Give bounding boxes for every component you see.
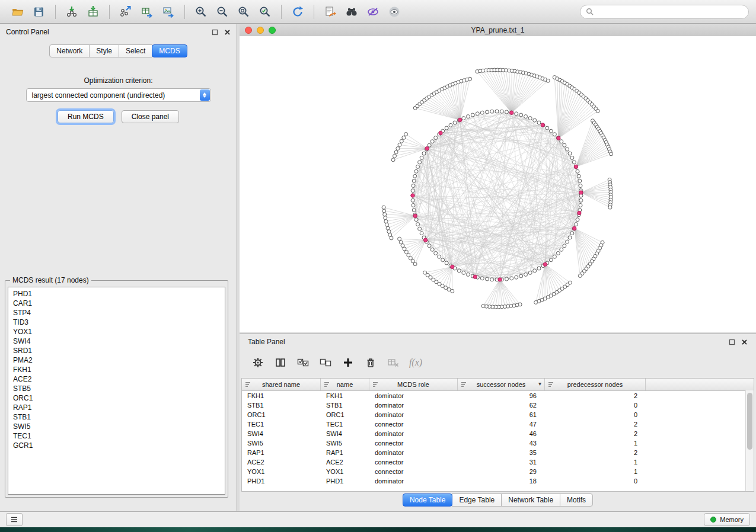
cell[interactable]: 47 <box>458 419 545 429</box>
memory-button[interactable]: Memory <box>704 513 750 526</box>
cell[interactable]: TEC1 <box>242 419 321 429</box>
table-row[interactable]: YOX1YOX1connector291 <box>242 467 754 476</box>
cell[interactable]: dominator <box>369 400 458 410</box>
table-row[interactable]: FKH1FKH1dominator962 <box>242 391 754 400</box>
table-row[interactable]: PHD1PHD1dominator180 <box>242 476 754 486</box>
tab-network[interactable]: Network <box>49 44 90 57</box>
cell[interactable]: STB1 <box>242 400 321 410</box>
zoom-selected-button[interactable] <box>254 3 276 21</box>
float-panel-icon[interactable] <box>212 29 218 36</box>
cell[interactable]: dominator <box>369 391 458 400</box>
cell[interactable]: connector <box>369 457 458 467</box>
list-item[interactable]: SWI5 <box>8 422 225 431</box>
cell[interactable]: dominator <box>369 448 458 457</box>
cell[interactable]: SWI5 <box>242 438 321 448</box>
list-item[interactable]: PMA2 <box>8 355 225 365</box>
mcds-result-list[interactable]: PHD1CAR1STP4TID3YOX1SWI4SRD1PMA2FKH1ACE2… <box>8 287 225 495</box>
cell[interactable]: SWI5 <box>321 438 369 448</box>
list-item[interactable]: TEC1 <box>8 431 225 441</box>
table-row[interactable]: ACE2ACE2connector311 <box>242 457 754 467</box>
cell[interactable]: PHD1 <box>321 476 369 486</box>
import-network-button[interactable] <box>61 3 82 21</box>
save-session-button[interactable] <box>28 3 50 21</box>
cell[interactable]: 61 <box>458 410 545 419</box>
import-table-button[interactable] <box>82 3 104 21</box>
zoom-in-button[interactable] <box>190 3 212 21</box>
scrollbar-thumb[interactable] <box>747 393 752 450</box>
cell[interactable]: dominator <box>369 429 458 438</box>
cell[interactable]: 2 <box>545 391 646 400</box>
list-item[interactable]: SRD1 <box>8 346 225 355</box>
network-graph[interactable] <box>240 36 756 332</box>
table-scrollbar[interactable] <box>745 390 754 491</box>
show-columns-button[interactable] <box>272 354 289 371</box>
cell[interactable]: 2 <box>545 419 646 429</box>
hide-visibility-button[interactable] <box>362 3 384 21</box>
table-settings-button[interactable] <box>249 354 267 371</box>
list-item[interactable]: STB1 <box>8 412 225 422</box>
unselect-all-columns-button[interactable] <box>317 354 334 371</box>
cell[interactable]: PHD1 <box>242 476 321 486</box>
cell[interactable]: 2 <box>545 429 646 438</box>
list-item[interactable]: RAP1 <box>8 403 225 412</box>
cell[interactable]: connector <box>369 467 458 476</box>
run-mcds-button[interactable]: Run MCDS <box>58 110 114 123</box>
list-item[interactable]: TID3 <box>8 318 225 327</box>
export-image-button[interactable] <box>158 3 179 21</box>
table-tab-motifs[interactable]: Motifs <box>560 493 593 507</box>
table-row[interactable]: RAP1RAP1dominator352 <box>242 448 754 457</box>
cell[interactable]: 0 <box>545 410 646 419</box>
list-item[interactable]: GCR1 <box>8 441 225 450</box>
open-file-button[interactable] <box>7 3 28 21</box>
delete-table-button[interactable] <box>384 354 402 371</box>
export-table-button[interactable] <box>136 3 158 21</box>
cell[interactable]: FKH1 <box>321 391 369 400</box>
close-window-button[interactable] <box>245 27 252 34</box>
close-panel-icon[interactable] <box>224 29 231 36</box>
close-panel-button[interactable]: Close panel <box>122 110 179 123</box>
cell[interactable]: RAP1 <box>321 448 369 457</box>
search-input[interactable] <box>597 7 743 17</box>
tab-select[interactable]: Select <box>119 44 152 57</box>
column-header-successor-nodes[interactable]: successor nodes▾ <box>458 379 545 390</box>
zoom-out-button[interactable] <box>212 3 233 21</box>
select-all-columns-button[interactable] <box>294 354 312 371</box>
cell[interactable]: STB1 <box>321 400 369 410</box>
cell[interactable]: 96 <box>458 391 545 400</box>
cell[interactable]: 0 <box>545 400 646 410</box>
cell[interactable]: 1 <box>545 457 646 467</box>
list-item[interactable]: PHD1 <box>8 289 225 299</box>
column-header-mcds-role[interactable]: MCDS role <box>369 379 458 390</box>
create-column-button[interactable] <box>339 354 357 371</box>
maximize-window-button[interactable] <box>269 27 276 34</box>
zoom-fit-button[interactable] <box>233 3 254 21</box>
cell[interactable]: 18 <box>458 476 545 486</box>
table-row[interactable]: TEC1TEC1connector472 <box>242 419 754 429</box>
cell[interactable]: FKH1 <box>242 391 321 400</box>
list-item[interactable]: ACE2 <box>8 374 225 384</box>
function-builder-button[interactable]: f(x) <box>407 354 425 371</box>
table-tab-network-table[interactable]: Network Table <box>501 493 560 507</box>
list-item[interactable]: FKH1 <box>8 365 225 374</box>
show-visibility-button[interactable] <box>384 3 405 21</box>
search-box[interactable] <box>580 5 749 19</box>
cell[interactable]: dominator <box>369 410 458 419</box>
table-row[interactable]: STB1STB1dominator620 <box>242 400 754 410</box>
cell[interactable]: 31 <box>458 457 545 467</box>
cell[interactable]: RAP1 <box>242 448 321 457</box>
table-tab-node-table[interactable]: Node Table <box>403 493 453 507</box>
tab-mcds[interactable]: MCDS <box>152 44 187 57</box>
minimize-window-button[interactable] <box>257 27 264 34</box>
cell[interactable]: 62 <box>458 400 545 410</box>
cell[interactable]: ACE2 <box>321 457 369 467</box>
optimization-criterion-select[interactable]: largest connected component (undirected) <box>26 88 211 102</box>
cell[interactable]: connector <box>369 438 458 448</box>
cell[interactable]: YOX1 <box>321 467 369 476</box>
list-item[interactable]: ORC1 <box>8 393 225 403</box>
cell[interactable]: TEC1 <box>321 419 369 429</box>
float-panel-icon[interactable] <box>729 339 735 345</box>
share-document-button[interactable] <box>320 3 341 21</box>
list-item[interactable]: SWI4 <box>8 336 225 346</box>
cell[interactable]: 1 <box>545 467 646 476</box>
show-panels-button[interactable] <box>6 513 23 526</box>
